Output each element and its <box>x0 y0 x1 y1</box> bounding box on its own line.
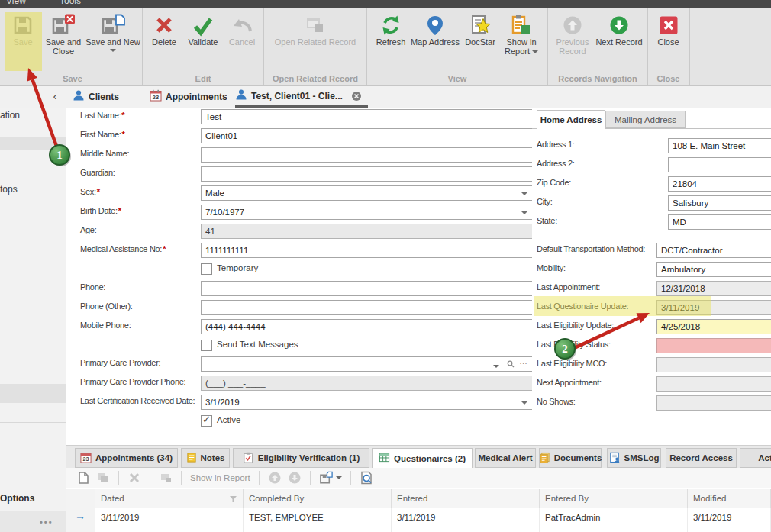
state-label: State: <box>537 216 557 225</box>
export-dropdown-arrow[interactable] <box>336 476 342 479</box>
export-button[interactable] <box>319 471 342 485</box>
temporary-checkbox[interactable] <box>201 263 212 275</box>
tab-appointments-detail[interactable]: 23 Appointments (34) <box>75 448 178 468</box>
tab-record-access[interactable]: Record Access <box>666 448 737 468</box>
open-row-button[interactable] <box>159 471 173 485</box>
sidebar-item-options[interactable]: Options <box>0 493 34 504</box>
column-header-dated[interactable]: Dated <box>95 489 244 508</box>
cell-entered-by[interactable]: PatTracAdmin <box>540 508 688 527</box>
tab-clients[interactable]: Clients <box>73 86 140 107</box>
move-up-button[interactable] <box>268 471 282 485</box>
tab-appointments[interactable]: 23 Appointments <box>150 86 235 107</box>
phone-other-field[interactable] <box>201 300 534 315</box>
grid-header: Dated Completed By Entered Entered By Mo… <box>66 489 771 509</box>
show-in-report-button[interactable]: Show in Report <box>500 12 543 56</box>
tab-client-record[interactable]: Test, Client01 - Clie... <box>235 86 368 108</box>
delete-button[interactable]: Delete <box>146 12 182 47</box>
navigation-sidebar: ation tops Options <box>0 108 66 532</box>
guardian-field[interactable] <box>201 166 534 182</box>
mobile-phone-field[interactable]: (444) 444-4444 <box>201 319 534 334</box>
column-header-completed-by[interactable]: Completed By <box>244 489 392 508</box>
move-down-button[interactable] <box>288 471 302 485</box>
primary-care-provider-lookup[interactable] <box>201 356 534 372</box>
grid-row-partial[interactable]: 3/11/2019 TEST, EMPLOYEE 3/11/2019 PatTr… <box>66 527 771 532</box>
lookup-search-icon[interactable] <box>507 360 515 368</box>
column-header-modified[interactable]: Modified <box>688 489 771 508</box>
save-and-new-dropdown-arrow[interactable] <box>110 49 116 52</box>
tab-documents[interactable]: Documents <box>539 448 602 468</box>
menu-item-tools[interactable]: Tools <box>60 0 81 6</box>
previous-record-button[interactable]: Previous Record <box>551 12 594 56</box>
collapse-chevron-icon[interactable] <box>49 89 61 103</box>
medical-assistance-field[interactable]: 1111111111 <box>201 243 534 258</box>
tab-notes[interactable]: Notes <box>181 448 230 468</box>
close-button[interactable]: Close <box>650 12 688 47</box>
birth-date-combo[interactable]: 7/10/1977 <box>201 205 534 220</box>
show-in-report-toolbar-button[interactable]: Show in Report <box>190 473 250 482</box>
save-and-new-button[interactable]: Save and New <box>85 12 140 52</box>
state-field[interactable]: MD <box>668 214 771 230</box>
sidebar-selected-band[interactable] <box>0 137 66 150</box>
docstar-button[interactable]: DocStar <box>460 12 500 47</box>
save-button[interactable]: Save <box>5 12 41 47</box>
copy-record-button[interactable] <box>96 471 110 485</box>
save-and-close-button[interactable]: Save and Close <box>41 12 85 56</box>
grid-row[interactable]: 3/11/2019 TEST, EMPLOYEE 3/11/2019 PatTr… <box>66 508 771 527</box>
cell-modified[interactable]: 3/11/2019 <box>688 527 771 532</box>
middle-name-field[interactable] <box>201 147 534 163</box>
address-status-panel: Home Address Mailing Address Address 1: … <box>532 108 771 445</box>
cell-entered[interactable]: 3/11/2019 <box>392 527 540 532</box>
tab-eligibility-verification[interactable]: Eligibility Verification (1) <box>233 448 369 468</box>
next-record-button[interactable]: Next Record <box>594 12 644 47</box>
new-record-button[interactable] <box>76 471 90 485</box>
sex-combo[interactable]: Male <box>201 185 534 201</box>
validate-button[interactable]: Validate <box>182 12 224 47</box>
address2-field[interactable] <box>668 157 771 172</box>
tab-mailing-address[interactable]: Mailing Address <box>605 111 686 128</box>
column-header-entered[interactable]: Entered <box>392 489 540 508</box>
address1-field[interactable]: 108 E. Main Street <box>668 138 771 153</box>
delete-row-button[interactable] <box>127 471 141 485</box>
first-name-field[interactable]: Client01 <box>201 128 534 143</box>
cell-completed-by[interactable]: TEST, EMPLOYEE <box>244 508 392 527</box>
menu-item-view[interactable]: View <box>6 0 26 6</box>
sidebar-item-top[interactable]: ation <box>0 110 20 121</box>
cell-dated[interactable]: 3/11/2019 <box>95 527 244 532</box>
cell-completed-by[interactable]: TEST, EMPLOYEE <box>244 527 392 532</box>
tab-medical-alert[interactable]: Medical Alert <box>475 448 536 468</box>
mobility-combo[interactable]: Ambulatory <box>656 262 771 277</box>
phone-field[interactable] <box>201 281 534 296</box>
sidebar-item-mid[interactable]: tops <box>0 184 18 195</box>
filter-icon[interactable] <box>230 496 237 502</box>
active-checkbox[interactable] <box>201 415 212 427</box>
send-text-messages-checkbox[interactable] <box>201 340 212 351</box>
zip-code-field[interactable]: 21804 <box>668 176 771 192</box>
cell-modified[interactable]: 3/11/2019 <box>688 508 771 527</box>
map-address-button[interactable]: Map Address <box>410 12 460 47</box>
svg-text:23: 23 <box>153 94 159 101</box>
default-transportation-combo[interactable]: DCT/Contractor <box>656 243 771 258</box>
tab-smslog[interactable]: SMSLog <box>607 448 661 468</box>
column-header-entered-by[interactable]: Entered By <box>540 489 688 508</box>
print-preview-button[interactable] <box>360 471 373 485</box>
last-certification-combo[interactable]: 3/1/2019 <box>201 395 534 410</box>
phone-label: Phone: <box>80 282 105 292</box>
form-row: First Name: Client01 <box>66 128 532 143</box>
cell-dated[interactable]: 3/11/2019 <box>95 508 244 527</box>
last-name-field[interactable]: Test <box>201 109 534 124</box>
overflow-dots-icon[interactable] <box>40 517 53 527</box>
tab-activity[interactable]: Activity <box>740 448 771 468</box>
cancel-button[interactable]: Cancel <box>224 12 260 47</box>
open-related-record-button[interactable]: Open Related Record <box>274 12 356 47</box>
tab-close-icon[interactable] <box>351 91 362 102</box>
lookup-dropdown-arrow[interactable] <box>493 365 499 368</box>
form-row: Mobility: Ambulatory <box>532 262 771 277</box>
tab-questionaires[interactable]: Questionaires (2) <box>372 448 473 469</box>
lookup-ellipsis-button[interactable]: … <box>519 358 527 364</box>
cell-entered-by[interactable]: PatTracAdmin <box>540 527 688 532</box>
ribbon-group-label-view: View <box>367 74 547 83</box>
refresh-button[interactable]: Refresh <box>372 12 410 47</box>
cell-entered[interactable]: 3/11/2019 <box>392 508 540 527</box>
city-field[interactable]: Salisbury <box>668 195 771 211</box>
tab-home-address[interactable]: Home Address <box>537 110 605 129</box>
